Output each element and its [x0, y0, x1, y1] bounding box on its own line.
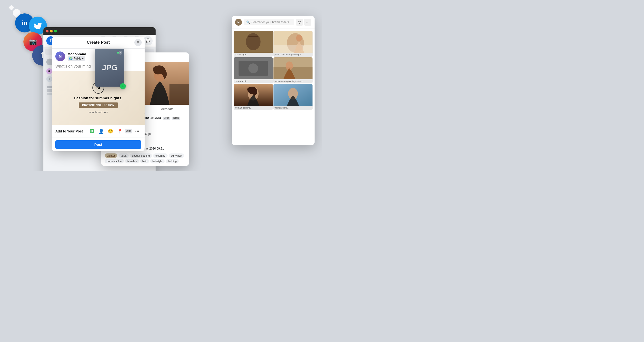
asset-item-1[interactable]: photo-of-woman-painting-3...	[273, 31, 312, 57]
modal-public-button[interactable]: 🌍 Public ▾	[68, 56, 85, 61]
more-options-button[interactable]: •••	[134, 127, 141, 135]
tab-metadata[interactable]: Metadata	[145, 105, 189, 114]
svg-point-14	[248, 64, 258, 73]
asset-search-placeholder: Search for your brand assets	[252, 21, 289, 24]
decorative-dot-small	[9, 5, 14, 10]
asset-thumb-4	[234, 84, 273, 106]
asset-name-0: n-painting-o...	[234, 53, 273, 57]
tag-casual-clothing[interactable]: casual clothing	[130, 153, 152, 158]
asset-item-3[interactable]: serious-man-painting-on-a-...	[273, 57, 312, 83]
asset-item-4[interactable]: woman-painting...	[234, 84, 273, 110]
add-to-post-label: Add to Your Post	[55, 129, 83, 133]
asset-thumb-2	[234, 57, 273, 79]
jpg-label: JPG	[102, 63, 118, 72]
asset-item-0[interactable]: n-painting-o...	[234, 31, 273, 57]
tags-section: painter adult casual clothing cleaning c…	[104, 153, 186, 163]
chevron-down-icon: ▾	[82, 57, 84, 60]
asset-grid: n-painting-o... photo-of-woman-painting-…	[232, 29, 314, 112]
asset-thumb-0	[234, 31, 273, 53]
asset-name-1: photo-of-woman-painting-3...	[273, 53, 312, 57]
asset-thumb-1	[273, 31, 312, 53]
brand-tagline: Fashion for summer nights.	[74, 96, 122, 101]
twitter-bird-icon	[34, 22, 42, 29]
asset-item-2[interactable]: brown-pock...	[234, 57, 273, 83]
public-label: Public	[74, 57, 82, 60]
globe-icon: 🌍	[69, 57, 73, 60]
asset-search-bar[interactable]: 🔍 Search for your brand assets	[244, 19, 294, 25]
modal-username: Monobrand	[68, 52, 86, 56]
modal-user-avatar: M	[55, 52, 65, 61]
add-photo-video-button[interactable]: 🖼	[88, 127, 96, 135]
tag-cleaning[interactable]: cleaning	[153, 153, 168, 158]
asset-panel: M 🔍 Search for your brand assets ▽ ⋯ n-p…	[232, 16, 314, 145]
asset-thumb-5	[273, 84, 312, 106]
svg-point-11	[296, 35, 302, 42]
asset-name-4: woman-painting...	[234, 106, 273, 110]
color-badge: RGB	[172, 117, 180, 120]
search-icon: 🔍	[246, 21, 250, 24]
tag-holding[interactable]: holding	[166, 159, 179, 163]
tag-people-button[interactable]: 👤	[97, 127, 105, 135]
browse-collection-button[interactable]: BROWSE COLLECTION	[79, 103, 118, 108]
fb-reel-icon: 📽	[46, 68, 52, 74]
jpg-file-overlay: × JPG +	[95, 49, 124, 87]
filter-button[interactable]: ▽	[296, 19, 303, 26]
asset-panel-actions: ▽ ⋯	[296, 19, 311, 26]
add-emoji-button[interactable]: 😊	[106, 127, 114, 135]
browser-titlebar	[44, 27, 156, 35]
asset-item-5[interactable]: woman-dark...	[273, 84, 312, 110]
jpg-add-button[interactable]: +	[120, 83, 126, 89]
modal-title: Create Post	[87, 40, 110, 45]
asset-name-3: serious-man-painting-on-a-...	[273, 79, 312, 83]
jpg-close-button[interactable]: ×	[118, 51, 122, 55]
svg-rect-7	[248, 36, 258, 37]
svg-rect-3	[170, 84, 189, 105]
fb-nav-messenger[interactable]: 💬	[144, 36, 153, 45]
format-badge: JPG	[163, 117, 170, 120]
modal-header: Create Post ×	[52, 37, 144, 49]
window-dot-green[interactable]	[54, 30, 57, 33]
svg-rect-10	[274, 45, 312, 53]
tag-hair[interactable]: hair	[140, 159, 149, 163]
asset-panel-header: M 🔍 Search for your brand assets ▽ ⋯	[232, 16, 314, 29]
tag-painter[interactable]: painter	[104, 153, 117, 158]
window-dot-yellow[interactable]	[50, 30, 53, 33]
tag-females[interactable]: females	[125, 159, 139, 163]
window-dot-red[interactable]	[46, 30, 48, 33]
tag-domestic-life[interactable]: domestic life	[104, 159, 124, 163]
more-button[interactable]: ⋯	[304, 19, 311, 26]
modal-close-button[interactable]: ×	[134, 39, 142, 46]
brand-url: monobrand.com	[88, 111, 108, 114]
tag-curly-hair[interactable]: curly hair	[169, 153, 184, 158]
check-in-button[interactable]: 📍	[116, 127, 124, 135]
modal-add-to-post-bar: Add to Your Post 🖼 👤 😊 📍 GIF •••	[52, 125, 144, 138]
tag-hairstyle[interactable]: hairstyle	[150, 159, 164, 163]
asset-panel-avatar: M	[235, 19, 242, 26]
add-gif-button[interactable]: GIF	[125, 129, 132, 133]
asset-name-2: brown-pock...	[234, 79, 273, 83]
asset-name-5: woman-dark...	[273, 106, 312, 110]
asset-thumb-3	[273, 57, 312, 79]
fb-add-icon[interactable]: +	[46, 76, 52, 82]
tag-adult[interactable]: adult	[118, 153, 129, 158]
post-button[interactable]: Post	[55, 140, 141, 149]
